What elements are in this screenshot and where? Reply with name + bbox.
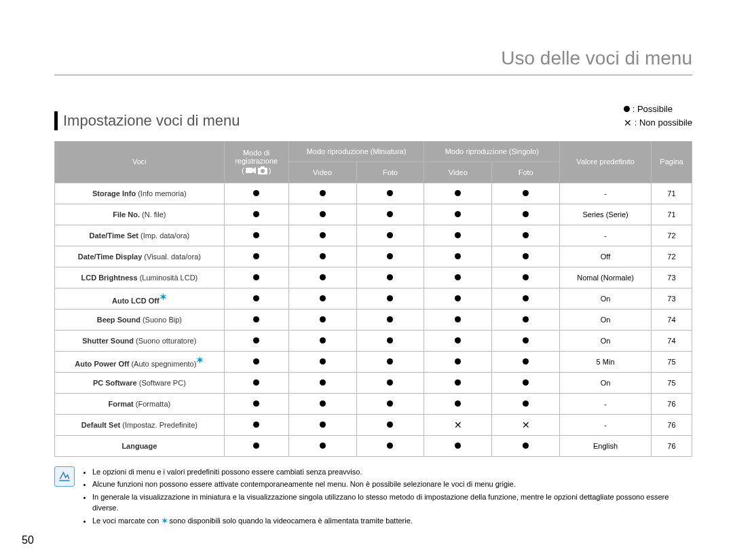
cell-mark xyxy=(492,183,560,204)
cross-icon: ✕ xyxy=(624,116,632,130)
cell-mark xyxy=(356,330,424,351)
cell-default: - xyxy=(560,183,652,204)
title-rule xyxy=(54,75,692,75)
cell-mark xyxy=(224,183,288,204)
cell-mark xyxy=(288,435,356,456)
cell-mark xyxy=(288,393,356,414)
cell-mark xyxy=(288,372,356,393)
th-play-single: Modo riproduzione (Singolo) xyxy=(424,141,560,162)
cell-page: 72 xyxy=(651,225,692,246)
table-row: Auto Power Off (Auto spegnimento)✶5 Min7… xyxy=(55,351,692,372)
table-header: Voci Modo di registrazione ( ) Modo ripr… xyxy=(55,141,692,183)
cell-mark xyxy=(492,393,560,414)
cell-voci: Shutter Sound (Suono otturatore) xyxy=(55,330,225,351)
section-heading: Impostazione voci di menu xyxy=(54,111,240,130)
cell-default: On xyxy=(560,288,652,309)
cell-default: - xyxy=(560,225,652,246)
cell-mark xyxy=(492,267,560,288)
cell-mark xyxy=(224,225,288,246)
page-number: 50 xyxy=(22,534,34,546)
cell-mark xyxy=(424,204,492,225)
cell-page: 76 xyxy=(651,393,692,414)
cell-mark xyxy=(224,414,288,435)
cell-mark xyxy=(288,309,356,330)
note-item: Le opzioni di menu e i valori predefinit… xyxy=(92,466,692,478)
cell-mark xyxy=(356,246,424,267)
cell-mark xyxy=(356,414,424,435)
cell-page: 74 xyxy=(651,330,692,351)
cell-mark xyxy=(356,309,424,330)
table-row: Storage Info (Info memoria)-71 xyxy=(55,183,692,204)
cell-mark xyxy=(288,183,356,204)
table-row: File No. (N. file)Series (Serie)71 xyxy=(55,204,692,225)
th-rec-mode-l1: Modo di xyxy=(225,149,288,157)
note-item: Alcune funzioni non possono essere attiv… xyxy=(92,479,692,490)
cell-default: On xyxy=(560,309,652,330)
cell-page: 71 xyxy=(651,204,692,225)
cell-mark xyxy=(492,246,560,267)
th-voci: Voci xyxy=(55,141,225,183)
legend-not-possible-text: : Non possibile xyxy=(635,116,692,130)
cell-mark xyxy=(224,288,288,309)
video-mode-icon xyxy=(246,166,257,174)
cell-mark xyxy=(356,225,424,246)
dot-icon xyxy=(624,106,630,112)
cell-voci: Date/Time Display (Visual. data/ora) xyxy=(55,246,225,267)
th-default: Valore predefinito xyxy=(560,141,652,183)
cell-mark xyxy=(424,372,492,393)
th-rec-mode-l2: registrazione xyxy=(225,157,288,165)
table-row: Date/Time Set (Imp. data/ora)-72 xyxy=(55,225,692,246)
table-row: LCD Brightness (Luminosità LCD)Nomal (No… xyxy=(55,267,692,288)
legend-possible: : Possibile xyxy=(624,102,692,116)
cell-mark xyxy=(224,372,288,393)
cell-mark xyxy=(424,288,492,309)
cell-mark xyxy=(492,225,560,246)
cell-mark xyxy=(424,393,492,414)
cell-mark xyxy=(492,330,560,351)
cell-mark xyxy=(288,267,356,288)
th-thumb-video: Video xyxy=(288,162,356,183)
cell-mark xyxy=(492,372,560,393)
cell-page: 73 xyxy=(651,288,692,309)
cell-default: English xyxy=(560,435,652,456)
cell-mark xyxy=(224,435,288,456)
cell-voci: Date/Time Set (Imp. data/ora) xyxy=(55,225,225,246)
cell-mark: ✕ xyxy=(492,414,560,435)
th-single-video: Video xyxy=(424,162,492,183)
cell-mark xyxy=(288,351,356,372)
cell-voci: Auto LCD Off✶ xyxy=(55,288,225,309)
note-icon xyxy=(54,466,75,487)
cell-mark xyxy=(424,330,492,351)
cell-mark xyxy=(224,330,288,351)
th-single-photo: Foto xyxy=(492,162,560,183)
cell-default: - xyxy=(560,393,652,414)
cell-mark xyxy=(356,393,424,414)
cell-mark xyxy=(224,351,288,372)
cell-page: 76 xyxy=(651,414,692,435)
cell-default: 5 Min xyxy=(560,351,652,372)
cell-mark xyxy=(424,225,492,246)
th-play-thumb: Modo riproduzione (Miniatura) xyxy=(288,141,424,162)
note-item: In generale la visualizzazione in miniat… xyxy=(92,491,692,514)
cell-mark xyxy=(492,351,560,372)
table-row: LanguageEnglish76 xyxy=(55,435,692,456)
cell-mark xyxy=(356,183,424,204)
cell-voci: Storage Info (Info memoria) xyxy=(55,183,225,204)
th-page: Pagina xyxy=(651,141,692,183)
cell-mark xyxy=(492,309,560,330)
cell-page: 75 xyxy=(651,372,692,393)
cell-voci: LCD Brightness (Luminosità LCD) xyxy=(55,267,225,288)
cell-mark xyxy=(288,330,356,351)
cell-voci: Auto Power Off (Auto spegnimento)✶ xyxy=(55,351,225,372)
cell-mark xyxy=(356,435,424,456)
cell-mark xyxy=(492,204,560,225)
legend: : Possibile ✕ : Non possibile xyxy=(624,102,692,130)
cell-mark xyxy=(356,267,424,288)
table-row: Format (Formatta)-76 xyxy=(55,393,692,414)
cell-page: 74 xyxy=(651,309,692,330)
cell-default: - xyxy=(560,414,652,435)
notes-section: Le opzioni di menu e i valori predefinit… xyxy=(54,466,692,528)
cell-voci: File No. (N. file) xyxy=(55,204,225,225)
table-row: Beep Sound (Suono Bip)On74 xyxy=(55,309,692,330)
cell-mark xyxy=(356,288,424,309)
